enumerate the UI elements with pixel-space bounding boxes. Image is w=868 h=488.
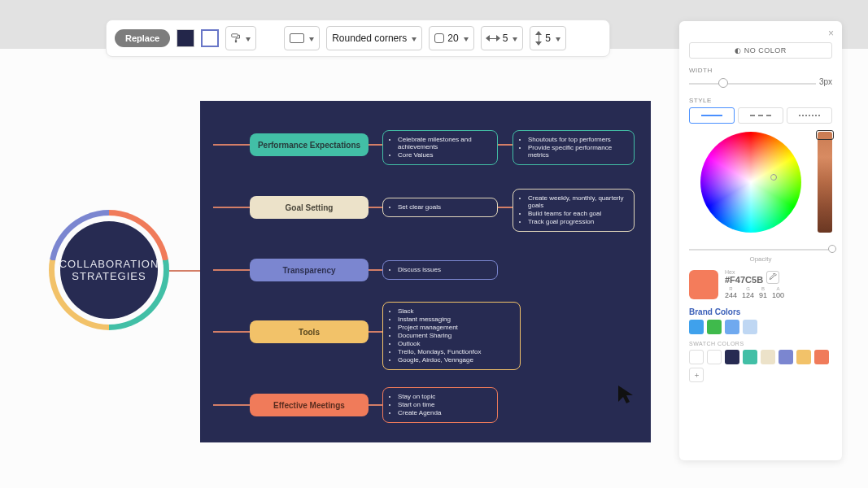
no-color-button[interactable]: ◐ NO COLOR (689, 42, 832, 59)
brand-colors-label: Brand Colors (689, 307, 832, 316)
card-performance-2[interactable]: Shoutouts for top performersProvide spec… (513, 130, 635, 165)
svg-rect-1 (235, 40, 237, 42)
hpadding-dropdown[interactable]: 5 (481, 26, 524, 50)
line-style-solid[interactable] (689, 107, 735, 124)
brand-color-swatch[interactable] (743, 320, 757, 334)
fill-color-swatch[interactable] (177, 29, 194, 47)
hex-label: Hex (725, 269, 763, 275)
rounded-rect-icon (434, 33, 444, 43)
color-swatch[interactable] (779, 350, 793, 364)
chevron-down-icon (410, 33, 417, 44)
line-style-dashed[interactable] (738, 107, 783, 124)
color-panel: × ◐ NO COLOR WIDTH 3px STYLE Opacity (679, 21, 842, 460)
opacity-slider[interactable] (689, 244, 832, 254)
radius-dropdown[interactable]: 20 (429, 26, 473, 50)
shape-type-dropdown[interactable] (284, 26, 320, 50)
horizontal-arrows-icon (486, 35, 499, 41)
radius-value: 20 (447, 33, 458, 44)
corners-label: Rounded corners (332, 33, 407, 44)
corners-dropdown[interactable]: Rounded corners (326, 26, 422, 50)
branch-performance[interactable]: Performance Expectations (250, 133, 369, 156)
swatch-colors: ＋ (689, 350, 832, 382)
branch-transparency[interactable]: Transparency (250, 259, 369, 281)
paint-roller-icon (231, 33, 241, 44)
color-wheel-cursor (770, 174, 777, 181)
brand-color-swatch[interactable] (707, 320, 722, 334)
width-slider[interactable]: 3px (689, 77, 832, 89)
style-label: STYLE (689, 97, 832, 104)
color-swatch[interactable] (796, 350, 811, 364)
opacity-label: Opacity (749, 255, 771, 263)
color-swatch[interactable] (761, 350, 775, 364)
card-performance-1[interactable]: Celebrate milestones and achievementsCor… (382, 130, 498, 165)
chevron-down-icon (244, 33, 251, 44)
svg-rect-0 (232, 34, 238, 37)
branch-goal-setting[interactable]: Goal Setting (250, 196, 369, 219)
branch-meetings[interactable]: Effective Meetings (250, 394, 369, 416)
card-goal-2[interactable]: Create weekly, monthly, quarterly goalsB… (513, 189, 635, 232)
selected-color-swatch (689, 270, 718, 299)
hue-slider-thumb (816, 130, 834, 140)
color-swatch[interactable] (707, 350, 722, 364)
chevron-down-icon (554, 33, 560, 44)
hex-value[interactable]: #F47C5B (725, 275, 763, 285)
color-swatch[interactable] (725, 350, 739, 364)
card-meetings-1[interactable]: Stay on topicStart on timeCreate Agenda (382, 387, 498, 423)
line-style-dotted[interactable] (787, 107, 832, 124)
color-swatch[interactable] (689, 350, 704, 364)
replace-button[interactable]: Replace (115, 29, 170, 47)
chevron-down-icon (462, 33, 469, 44)
brand-colors (689, 320, 832, 334)
chevron-down-icon (511, 33, 517, 44)
toolbar: Replace Rounded corners 20 5 5 (106, 20, 610, 57)
hpad-value: 5 (503, 33, 508, 44)
color-swatch[interactable] (814, 350, 829, 364)
vpadding-dropdown[interactable]: 5 (530, 26, 566, 50)
swatch-colors-label: SWATCH COLORS (689, 341, 832, 346)
vertical-arrows-icon (535, 32, 542, 45)
canvas[interactable]: Performance Expectations Celebrate miles… (200, 101, 651, 442)
card-transparency-1[interactable]: Discuss issues (382, 260, 498, 280)
width-value: 3px (819, 77, 832, 86)
format-paint-button[interactable] (225, 26, 256, 50)
color-swatch[interactable] (743, 350, 757, 364)
vpad-value: 5 (545, 33, 551, 44)
mouse-cursor-icon (617, 384, 635, 405)
chevron-down-icon (308, 33, 314, 44)
branch-tools[interactable]: Tools (250, 320, 369, 343)
close-icon[interactable]: × (828, 28, 834, 39)
rectangle-icon (290, 33, 304, 43)
eyedropper-button[interactable] (766, 271, 779, 284)
root-label: COLLABORATIONSTRATEGIES (60, 221, 158, 319)
root-node[interactable]: COLLABORATIONSTRATEGIES (49, 210, 169, 330)
card-tools-1[interactable]: SlackInstant messagingProject management… (382, 302, 521, 370)
border-color-swatch[interactable] (201, 29, 219, 47)
width-label: WIDTH (689, 67, 832, 74)
hue-slider[interactable] (818, 132, 832, 233)
brand-color-swatch[interactable] (689, 320, 704, 334)
add-swatch-button[interactable]: ＋ (689, 368, 704, 382)
brand-color-swatch[interactable] (725, 320, 739, 334)
color-wheel[interactable] (700, 132, 801, 233)
card-goal-1[interactable]: Set clear goals (382, 198, 498, 217)
eyedropper-icon (769, 273, 777, 281)
